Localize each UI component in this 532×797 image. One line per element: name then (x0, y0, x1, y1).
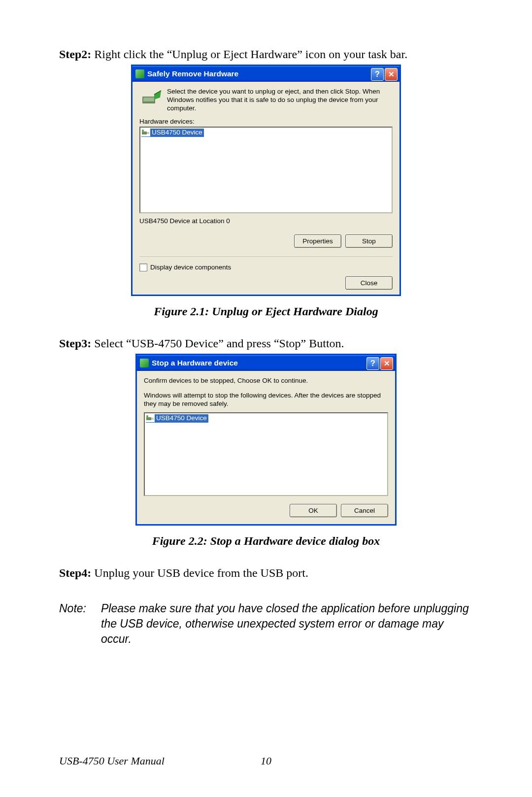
step2-label: Step2: (59, 48, 91, 61)
eject-hardware-icon (139, 88, 162, 107)
help-button[interactable]: ? (366, 357, 379, 370)
ok-button[interactable]: OK (290, 504, 337, 517)
list-item[interactable]: USB4750 Device (146, 414, 208, 423)
svg-point-7 (146, 415, 148, 417)
svg-rect-6 (151, 418, 154, 420)
hardware-devices-list[interactable]: USB4750 Device (139, 127, 393, 213)
dialog-title: Stop a Hardware device (152, 359, 238, 367)
step3-label: Step3: (59, 337, 91, 350)
note-block: Note: Please make sure that you have clo… (59, 601, 473, 647)
svg-point-4 (142, 130, 144, 132)
step4-text: Unplug your USB device from the USB port… (91, 566, 308, 579)
figure-2-1-caption: Figure 2.1: Unplug or Eject Hardware Dia… (59, 305, 473, 318)
device-icon (141, 129, 150, 136)
hardware-icon (140, 359, 149, 367)
stop-button[interactable]: Stop (345, 234, 393, 248)
note-label: Note: (59, 601, 101, 647)
device-icon (146, 414, 155, 422)
step4-line: Step4: Unplug your USB device from the U… (59, 565, 473, 580)
close-button[interactable]: ✕ (385, 68, 398, 81)
help-button[interactable]: ? (371, 68, 384, 81)
device-name: USB4750 Device (152, 129, 202, 136)
separator (139, 257, 393, 258)
close-dialog-button[interactable]: Close (345, 276, 393, 290)
safely-remove-dialog: Safely Remove Hardware ? ✕ (131, 65, 401, 296)
hardware-icon (135, 69, 144, 78)
note-text: Please make sure that you have closed th… (101, 601, 473, 647)
list-item[interactable]: USB4750 Device (141, 129, 204, 137)
footer-manual-name: USB-4750 User Manual (59, 755, 165, 767)
close-button[interactable]: ✕ (380, 357, 393, 370)
svg-rect-1 (143, 98, 154, 101)
titlebar[interactable]: Safely Remove Hardware ? ✕ (133, 66, 399, 82)
display-components-checkbox[interactable] (139, 264, 147, 271)
step4-label: Step4: (59, 566, 91, 579)
svg-rect-5 (146, 417, 151, 420)
step2-line: Step2: Right click the “Unplug or Eject … (59, 47, 473, 62)
svg-rect-2 (142, 132, 147, 134)
figure-2-2-caption: Figure 2.2: Stop a Hardware device dialo… (59, 534, 473, 548)
confirm-text: Confirm devices to be stopped, Choose OK… (144, 377, 388, 384)
checkbox-label: Display device components (150, 264, 231, 271)
step2-text: Right click the “Unplug or Eject Hardwar… (91, 48, 407, 61)
list-label: Hardware devices: (139, 118, 393, 125)
stop-devices-list[interactable]: USB4750 Device (144, 412, 388, 496)
step3-text: Select “USB-4750 Device” and press “Stop… (91, 337, 344, 350)
device-name: USB4750 Device (156, 414, 207, 422)
device-status: USB4750 Device at Location 0 (139, 217, 393, 225)
cancel-button[interactable]: Cancel (341, 504, 388, 517)
step3-line: Step3: Select “USB-4750 Device” and pres… (59, 336, 473, 351)
attempt-text: Windows will attempt to stop the followi… (144, 391, 388, 408)
page-footer: USB-4750 User Manual 10 (59, 755, 473, 767)
properties-button[interactable]: Properties (294, 234, 341, 248)
svg-rect-3 (147, 132, 149, 134)
stop-hardware-dialog: Stop a Hardware device ? ✕ Confirm devic… (135, 354, 397, 526)
footer-page-number: 10 (261, 755, 271, 767)
titlebar[interactable]: Stop a Hardware device ? ✕ (137, 355, 395, 371)
dialog-title: Safely Remove Hardware (147, 69, 238, 78)
intro-text: Select the device you want to unplug or … (167, 88, 393, 113)
